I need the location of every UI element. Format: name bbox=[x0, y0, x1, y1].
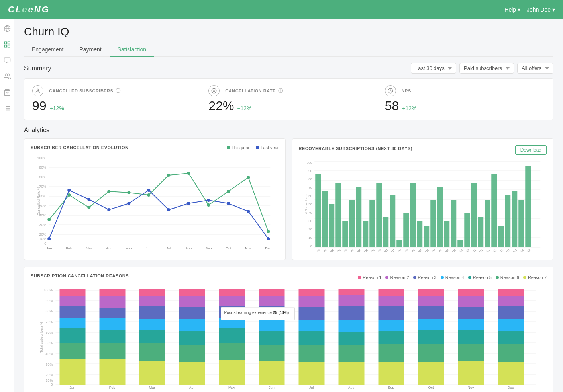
stacked-chart-container: 100% 90% 80% 70% 60% 50% 40% 30% 20% 10%… bbox=[31, 285, 547, 390]
svg-rect-99 bbox=[315, 174, 321, 247]
svg-text:Cancelled Rate %: Cancelled Rate % bbox=[37, 187, 41, 215]
svg-text:01/07: 01/07 bbox=[375, 248, 381, 252]
svg-text:01/09: 01/09 bbox=[442, 248, 449, 252]
svg-rect-249 bbox=[379, 289, 404, 296]
svg-text:08/08: 08/08 bbox=[435, 248, 442, 252]
svg-rect-250 bbox=[379, 296, 404, 306]
svg-rect-210 bbox=[179, 296, 205, 307]
legend-last-year: Last year bbox=[256, 145, 279, 150]
top-navigation: CLeeNG Help ▾ John Doe ▾ bbox=[0, 0, 563, 19]
svg-text:21/06: 21/06 bbox=[314, 248, 320, 252]
svg-rect-246 bbox=[339, 345, 365, 362]
svg-point-46 bbox=[147, 193, 150, 197]
svg-text:Jul: Jul bbox=[166, 246, 171, 249]
legend-reason6: Reason 6 bbox=[496, 275, 519, 280]
svg-text:May: May bbox=[126, 246, 133, 249]
svg-rect-212 bbox=[179, 319, 205, 331]
kpi-cancelled-subscribers: CANCELLED SUBSCRIBERS ⓘ 99 +12% bbox=[24, 79, 200, 120]
svg-text:Sep: Sep bbox=[205, 246, 212, 249]
svg-rect-211 bbox=[179, 307, 205, 319]
svg-text:Jun: Jun bbox=[269, 386, 275, 389]
sidebar-icon-video[interactable] bbox=[2, 56, 12, 65]
page-title: Churn IQ bbox=[24, 25, 553, 38]
svg-rect-115 bbox=[424, 226, 429, 247]
svg-text:Dec: Dec bbox=[507, 386, 514, 389]
svg-text:16/12: 16/12 bbox=[503, 248, 510, 252]
svg-text:40%: 40% bbox=[45, 352, 53, 356]
svg-point-15 bbox=[37, 89, 39, 91]
svg-rect-279 bbox=[498, 362, 524, 385]
kpi-row: CANCELLED SUBSCRIBERS ⓘ 99 +12% CANCELLA… bbox=[24, 78, 553, 120]
svg-rect-195 bbox=[100, 308, 126, 318]
svg-text:28/06: 28/06 bbox=[341, 248, 347, 252]
svg-text:02/07: 02/07 bbox=[381, 248, 388, 252]
svg-rect-119 bbox=[451, 200, 456, 247]
svg-text:Aug: Aug bbox=[185, 246, 192, 249]
bar-chart-card: RECOVERABLE SUBSCRIPTIONS (NEXT 30 DAYS)… bbox=[292, 138, 554, 260]
svg-rect-124 bbox=[485, 200, 490, 247]
user-menu[interactable]: John Doe ▾ bbox=[527, 6, 555, 13]
svg-rect-235 bbox=[299, 307, 325, 320]
svg-point-54 bbox=[67, 189, 71, 192]
svg-text:Sep: Sep bbox=[388, 386, 394, 389]
svg-rect-241 bbox=[339, 289, 365, 295]
svg-rect-201 bbox=[139, 289, 165, 296]
stacked-chart-header: SUBSCRIPTION CANCELLATION REASONS Reason… bbox=[31, 273, 547, 281]
svg-point-52 bbox=[267, 230, 270, 233]
svg-point-62 bbox=[227, 202, 230, 205]
svg-text:Nov: Nov bbox=[245, 246, 252, 249]
svg-text:28/06: 28/06 bbox=[361, 248, 368, 252]
person-icon bbox=[32, 85, 43, 96]
period-filter[interactable]: Last 30 days Last 7 days Last 90 days bbox=[411, 63, 456, 74]
svg-rect-238 bbox=[299, 345, 325, 362]
download-button[interactable]: Download bbox=[515, 145, 547, 155]
legend-reason5: Reason 5 bbox=[468, 275, 492, 280]
svg-rect-114 bbox=[417, 221, 422, 247]
svg-point-49 bbox=[207, 203, 210, 207]
svg-rect-186 bbox=[60, 296, 86, 306]
sidebar bbox=[0, 19, 14, 392]
subscriber-type-filter[interactable]: Paid subscribers All subscribers bbox=[459, 63, 514, 74]
nps-change: +12% bbox=[402, 105, 416, 111]
svg-text:Oct: Oct bbox=[226, 246, 231, 249]
analytics-title: Analytics bbox=[24, 127, 553, 134]
svg-text:100%: 100% bbox=[43, 288, 53, 292]
svg-point-7 bbox=[5, 74, 7, 76]
sidebar-icon-people[interactable] bbox=[2, 72, 12, 81]
offer-filter[interactable]: All offers bbox=[517, 63, 553, 74]
svg-text:50: 50 bbox=[308, 203, 312, 206]
svg-text:07/07: 07/07 bbox=[402, 248, 408, 252]
svg-rect-265 bbox=[458, 289, 484, 296]
tab-payment[interactable]: Payment bbox=[71, 43, 109, 57]
svg-text:40: 40 bbox=[308, 211, 312, 215]
svg-rect-276 bbox=[498, 319, 524, 331]
svg-text:0: 0 bbox=[310, 244, 312, 248]
tab-satisfaction[interactable]: Satisfaction bbox=[110, 43, 154, 57]
svg-text:02/09: 02/09 bbox=[449, 248, 456, 252]
svg-rect-258 bbox=[418, 296, 444, 306]
sidebar-icon-globe[interactable] bbox=[2, 24, 12, 33]
svg-rect-229 bbox=[259, 331, 285, 345]
svg-rect-120 bbox=[457, 240, 463, 247]
svg-rect-129 bbox=[518, 200, 524, 247]
svg-rect-118 bbox=[444, 221, 449, 247]
bar-chart-svg: 0 10 20 30 40 50 60 70 80 90 100 # Subsc… bbox=[299, 156, 547, 252]
svg-text:28/06: 28/06 bbox=[334, 248, 341, 252]
svg-text:80%: 80% bbox=[45, 309, 53, 313]
svg-rect-218 bbox=[219, 296, 245, 306]
sidebar-icon-bag[interactable] bbox=[2, 88, 12, 97]
x-circle-icon bbox=[208, 85, 220, 96]
svg-text:Jun: Jun bbox=[146, 246, 152, 249]
svg-rect-188 bbox=[60, 318, 86, 328]
help-link[interactable]: Help ▾ bbox=[504, 6, 520, 13]
svg-rect-269 bbox=[458, 330, 484, 344]
svg-text:20: 20 bbox=[308, 228, 312, 231]
sidebar-icon-filter[interactable] bbox=[2, 103, 12, 113]
svg-text:12/06: 12/06 bbox=[347, 248, 354, 252]
svg-rect-202 bbox=[139, 296, 165, 306]
sidebar-icon-chart[interactable] bbox=[2, 40, 12, 49]
svg-rect-267 bbox=[458, 307, 484, 319]
tab-engagement[interactable]: Engagement bbox=[24, 43, 71, 57]
svg-text:30%: 30% bbox=[45, 363, 53, 367]
svg-rect-104 bbox=[349, 200, 355, 247]
